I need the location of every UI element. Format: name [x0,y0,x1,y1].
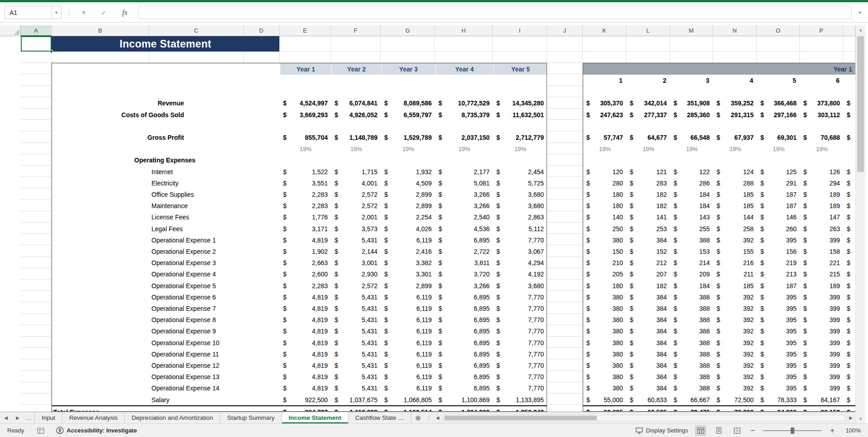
cell[interactable]: $221 [800,257,844,269]
cell[interactable]: $3,573 [331,223,381,234]
cell[interactable]: $4,819 [280,303,331,314]
cell-partial[interactable]: $ [844,360,855,371]
cell-partial[interactable]: $ [844,371,855,383]
cell[interactable]: $392 [713,326,757,337]
cell[interactable]: $3,720 [435,269,493,280]
row-label[interactable]: Operational Expense 4 [52,269,280,280]
cell[interactable]: $184 [670,280,713,291]
cell[interactable]: $155 [713,246,757,257]
cell[interactable]: $4,001 [331,177,381,189]
cell[interactable]: $373,800 [800,98,844,109]
row-label[interactable]: Internet [52,166,280,177]
cell[interactable]: $184 [670,189,713,200]
cell[interactable]: $180 [583,200,627,212]
sheet-tab-cashflow-state-[interactable]: Cashflow State … [349,412,411,423]
row-label[interactable]: Operational Expense 6 [52,291,280,303]
cell[interactable]: $380 [583,234,627,246]
month-header[interactable]: 6 [800,75,844,86]
cell[interactable]: $66,585 [627,406,670,412]
cell[interactable]: $392 [713,371,757,383]
cell[interactable]: $7,770 [493,383,547,394]
cell[interactable]: 19% [435,143,493,155]
cell[interactable]: $60,695 [583,406,627,412]
month-header[interactable]: 5 [757,75,800,86]
cell[interactable]: $7,770 [493,303,547,314]
cell[interactable]: $215 [800,269,844,280]
cell[interactable]: $388 [670,234,713,246]
cell[interactable]: 19% [583,143,627,155]
zoom-slider[interactable] [763,427,822,434]
formula-input[interactable] [138,6,852,19]
cell[interactable]: $1,522 [280,166,331,177]
column-header-partial[interactable] [843,25,855,36]
name-box[interactable]: A1 [5,6,52,19]
row-label[interactable]: Operating Expenses [52,155,280,166]
cell[interactable]: $399 [800,337,844,348]
row-label[interactable]: Office Supplies [52,189,280,200]
cell[interactable]: $380 [583,303,627,314]
cell[interactable]: $2,454 [493,166,547,177]
cell[interactable]: $6,895 [435,371,493,383]
row-label[interactable]: Operational Expense 12 [52,360,280,371]
cell[interactable]: $140 [583,212,627,223]
cell-partial[interactable]: $ [844,200,855,212]
column-header-J[interactable]: J [547,25,583,36]
cell[interactable]: $7,770 [493,348,547,360]
cell[interactable]: $395 [757,314,800,326]
cell[interactable]: $399 [800,360,844,371]
normal-view-button[interactable] [695,426,706,436]
row-label[interactable]: Operational Expense 11 [52,348,280,360]
cell[interactable]: $187 [757,189,800,200]
column-header-G[interactable]: G [381,25,435,36]
cell[interactable]: $4,819 [280,371,331,383]
cell[interactable]: $255 [670,223,713,234]
cell[interactable]: $399 [800,348,844,360]
cell[interactable]: $855,704 [280,132,331,143]
cell[interactable]: $1,932 [381,166,435,177]
cell[interactable]: $388 [670,303,713,314]
enter-icon[interactable]: ✓ [97,6,110,19]
cell[interactable]: $3,680 [493,189,547,200]
cell[interactable]: $395 [757,360,800,371]
cell-partial[interactable]: $ [844,189,855,200]
cell[interactable]: $121 [627,166,670,177]
cell[interactable]: $14,345,280 [493,98,547,109]
cell[interactable]: $392 [713,303,757,314]
cell[interactable]: $384 [627,314,670,326]
scroll-up-icon[interactable]: ▲ [856,25,866,34]
cell[interactable]: $2,722 [435,246,493,257]
cell-partial[interactable]: $ [844,177,855,189]
cell[interactable]: $6,895 [435,337,493,348]
month-header[interactable]: 3 [670,75,713,86]
cell[interactable]: $3,001 [331,257,381,269]
cell[interactable]: $7,770 [493,291,547,303]
cell[interactable]: $185 [713,200,757,212]
cell[interactable]: $1,715 [331,166,381,177]
cell[interactable]: $187 [757,280,800,291]
cell[interactable]: $6,119 [381,348,435,360]
cell[interactable]: $126 [800,166,844,177]
column-header-C[interactable]: C [149,25,244,36]
cell[interactable]: $6,895 [435,360,493,371]
row-label[interactable]: Operational Expense 9 [52,326,280,337]
cell[interactable]: $90,152 [800,406,844,412]
cell[interactable]: $395 [757,326,800,337]
cell[interactable]: $2,572 [331,280,381,291]
cell[interactable]: $182 [627,200,670,212]
cell[interactable]: $2,283 [280,200,331,212]
cell[interactable]: $189 [800,200,844,212]
cell[interactable]: $6,119 [381,337,435,348]
cell[interactable]: $3,551 [280,177,331,189]
horizontal-scrollbar[interactable] [443,415,845,421]
cell[interactable]: $3,811 [435,257,493,269]
cell[interactable]: $7,770 [493,314,547,326]
cell[interactable]: 19% [331,143,381,155]
cell[interactable]: $2,283 [280,280,331,291]
cell[interactable]: $6,119 [381,234,435,246]
cell[interactable]: $6,074,841 [331,98,381,109]
cell[interactable]: $3,301 [381,269,435,280]
cell[interactable]: $189 [800,189,844,200]
cell-partial[interactable]: $ [844,383,855,394]
cell[interactable]: $2,416 [381,246,435,257]
cell[interactable]: $392 [713,314,757,326]
